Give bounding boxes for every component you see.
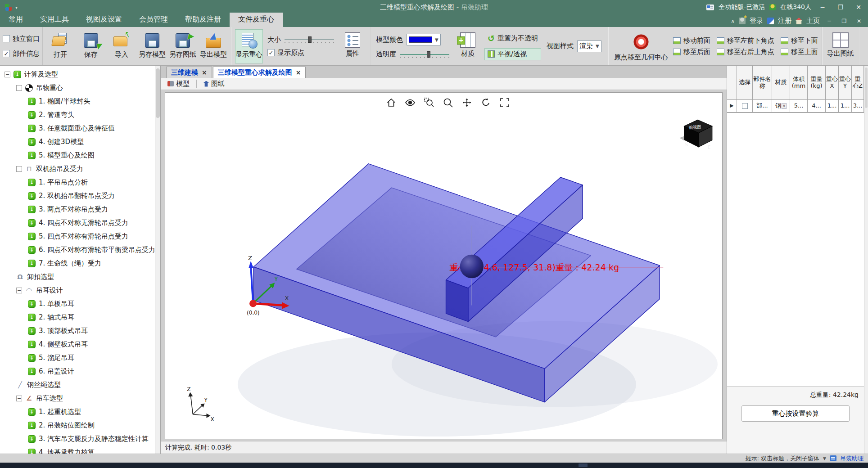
tree-expander-icon[interactable]: −	[16, 396, 22, 401]
tree-item[interactable]: − 4. 四点不对称无滑轮吊点受力	[0, 216, 155, 230]
tree-item[interactable]: − 1. 平吊吊点分析	[0, 176, 155, 189]
tree-item[interactable]: − 3. 汽车吊支腿反力及静态稳定性计算	[0, 432, 155, 446]
register-button[interactable]: 注册	[778, 17, 791, 25]
parallel-perspective-button[interactable]: 平视/透视	[484, 48, 541, 60]
menu-tab[interactable]: 会员管理	[131, 13, 176, 27]
model-view-button[interactable]: 模型	[164, 79, 193, 89]
show-origin-checkbox[interactable]: ✓ 显示原点	[267, 49, 334, 57]
home-view-icon[interactable]	[385, 96, 398, 109]
tree-item[interactable]: − 计算及选型	[0, 68, 155, 81]
app-logo-icon[interactable]	[5, 3, 13, 11]
tree-item[interactable]: − 6. 吊盖设计	[0, 364, 155, 378]
3d-viewport[interactable]: 重心 (194.6, 127.5, 31.8)重量：42.24 kg Z	[165, 92, 723, 439]
size-slider[interactable]	[285, 36, 334, 43]
material-dropdown-icon[interactable]: ∨	[782, 103, 787, 108]
cell-cg-z[interactable]: 3...	[852, 100, 864, 112]
origin-to-center-button[interactable]: 原点移至几何中心	[612, 31, 670, 62]
properties-button[interactable]: 属性	[339, 29, 366, 63]
tree-item[interactable]: − 吊耳设计	[0, 284, 155, 297]
cell-material[interactable]: 钢∨	[772, 100, 790, 112]
move-face-button[interactable]: 移动前面	[673, 36, 710, 45]
tree-item[interactable]: − 3. 两点不对称吊点受力	[0, 202, 155, 216]
pan-icon[interactable]	[461, 96, 473, 109]
minimize-child-button[interactable]: ─	[824, 17, 835, 25]
view-cube[interactable]: 前视图 S E	[679, 120, 712, 149]
tree-item[interactable]: − 1. 椭圆/半球封头	[0, 94, 155, 108]
move-face-button[interactable]: 移至下面	[781, 36, 818, 45]
tree-item[interactable]: − 7. 生命线（绳）受力	[0, 256, 155, 270]
tree-item[interactable]: − 5. 溜尾吊耳	[0, 351, 155, 364]
close-child-button[interactable]: ✕	[854, 17, 864, 25]
document-tab[interactable]: 三维建模 ×	[166, 67, 212, 78]
file-button[interactable]: ▲ 导出模型	[199, 29, 227, 63]
menu-tab[interactable]: 常用	[0, 13, 32, 27]
home-button[interactable]: 主页	[806, 17, 820, 25]
cell-cg-y[interactable]: 1...	[839, 100, 852, 112]
file-button[interactable]: ▼ 保存	[77, 29, 105, 63]
tree-item[interactable]: − 3. 顶部板式吊耳	[0, 324, 155, 338]
move-face-button[interactable]: 移至右后上角点	[717, 48, 774, 56]
material-button[interactable]: 材质	[454, 29, 482, 63]
table-row[interactable]: ▶ 部... 钢∨ 5... 4... 1... 1... 3...	[727, 100, 864, 112]
minimize-button[interactable]: ─	[816, 2, 829, 12]
tree-expander-icon[interactable]: −	[16, 85, 22, 91]
app-menu-caret-icon[interactable]: ▾	[15, 5, 18, 10]
tree-item[interactable]: − 2. 双机抬吊翻转吊点受力	[0, 189, 155, 202]
login-button[interactable]: 登录	[750, 17, 763, 25]
restore-child-button[interactable]: ❐	[839, 17, 850, 25]
visibility-icon[interactable]	[404, 96, 416, 109]
menu-tab[interactable]: 视图及设置	[77, 13, 131, 27]
tree-expander-icon[interactable]: −	[16, 288, 22, 293]
cell-volume[interactable]: 5...	[790, 100, 808, 112]
move-face-button[interactable]: 移至左前下角点	[717, 36, 774, 45]
tree-item[interactable]: − 钢丝绳选型	[0, 378, 155, 392]
tree-item[interactable]: − 5. 模型重心及绘图	[0, 148, 155, 162]
tree-item[interactable]: − 吊车选型	[0, 392, 155, 405]
cell-part-name[interactable]: 部...	[753, 100, 772, 112]
zoom-icon[interactable]	[442, 96, 454, 109]
independent-window-checkbox[interactable]: 独立窗口	[3, 35, 40, 43]
tree-item[interactable]: − 4. 地基承载力核算	[0, 446, 155, 454]
tree-item[interactable]: − 1. 起重机选型	[0, 405, 155, 418]
move-face-button[interactable]: 移至后面	[673, 48, 710, 56]
rotate-icon[interactable]	[479, 96, 492, 109]
tab-close-icon[interactable]: ×	[296, 69, 301, 76]
tree-item[interactable]: − 1. 单板吊耳	[0, 297, 155, 310]
tree-item[interactable]: − 双机抬吊及受力	[0, 162, 155, 176]
file-button[interactable]: 另存模型	[138, 29, 166, 63]
cell-cg-x[interactable]: 1...	[826, 100, 839, 112]
file-button[interactable]: ↑ 导入	[108, 29, 136, 63]
part-info-checkbox[interactable]: ✓ 部件信息	[3, 50, 40, 58]
export-drawing-button[interactable]: 导出图纸	[827, 29, 854, 63]
tree-item[interactable]: − 4. 侧壁板式吊耳	[0, 338, 155, 351]
tree-item[interactable]: − 5. 四点不对称有滑轮吊点受力	[0, 230, 155, 243]
document-tab[interactable]: 三维模型重心求解及绘图 ×	[213, 67, 306, 78]
tree-item[interactable]: − 3. 任意截面重心及特征值	[0, 122, 155, 135]
menu-tab[interactable]: 帮助及注册	[176, 13, 230, 27]
view-style-dropdown[interactable]: 渲染▼	[577, 40, 601, 52]
close-button[interactable]: ✕	[852, 2, 865, 12]
cell-weight[interactable]: 4...	[808, 100, 826, 112]
tab-close-icon[interactable]: ×	[202, 69, 207, 76]
tree-item[interactable]: − 4. 创建3D模型	[0, 135, 155, 148]
tree-item[interactable]: − 2. 吊装站位图绘制	[0, 418, 155, 432]
verify-cg-button[interactable]: 重心按设置验算	[741, 405, 850, 422]
right-edge-scrollbar[interactable]	[864, 66, 868, 454]
drawing-view-button[interactable]: 图纸	[200, 79, 228, 89]
tree-item[interactable]: − 2. 轴式吊耳	[0, 310, 155, 324]
sidebar-scrollbar[interactable]	[155, 66, 160, 454]
tree-item[interactable]: − 吊物重心	[0, 81, 155, 94]
file-button[interactable]: ▶ 另存图纸	[169, 29, 197, 63]
zoom-fit-icon[interactable]	[498, 96, 511, 109]
tree-item[interactable]: − 2. 管道弯头	[0, 108, 155, 122]
tree-item[interactable]: − 6. 四点不对称有滑轮带平衡梁吊点受力	[0, 243, 155, 256]
transparency-slider[interactable]	[400, 51, 449, 58]
tree-expander-icon[interactable]: −	[5, 72, 10, 77]
zoom-window-icon[interactable]	[423, 96, 435, 109]
menu-tab[interactable]: 文件及重心	[230, 13, 283, 27]
assistant-link[interactable]: 吊装助理	[840, 454, 863, 463]
maximize-button[interactable]: ❐	[834, 2, 847, 12]
menu-tab[interactable]: 实用工具	[32, 13, 77, 27]
tree-item[interactable]: − 卸扣选型	[0, 270, 155, 284]
file-button[interactable]: 打开	[46, 29, 74, 63]
